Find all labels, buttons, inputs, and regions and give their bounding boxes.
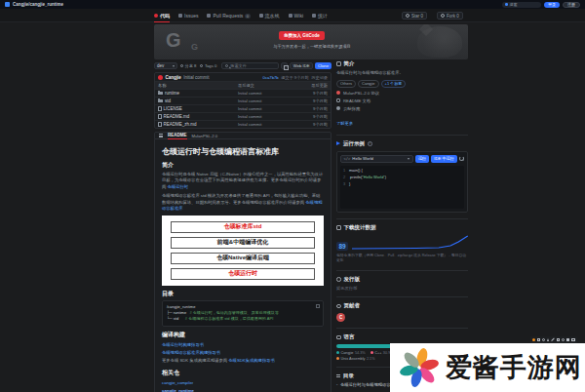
run-button[interactable]: 运行 <box>415 155 429 163</box>
section-intro: 简介 <box>162 161 324 170</box>
tab-insights[interactable]: 统计 <box>312 9 328 22</box>
fork-button[interactable]: Fork 0 <box>437 12 463 20</box>
code-icon <box>154 14 158 18</box>
build-more-line: 更多仓颉 SDK 集成构建流程请参阅 仓颉SDK集成构建指导书 <box>162 357 324 365</box>
chevron-down-icon <box>173 65 175 67</box>
about-section: 简介 仓颉运行时与仓颉编程语言标准库。 Others Cangjie +1 个标… <box>336 56 468 136</box>
webide-button[interactable]: Web IDE <box>290 62 313 69</box>
run-in-ide-button[interactable]: IDE 中运行 <box>431 155 457 163</box>
register-button[interactable]: 注册 <box>563 2 580 8</box>
file-search-input[interactable]: 搜索文件 <box>221 62 279 69</box>
downloads-sparkline <box>352 235 468 251</box>
wiki-icon <box>289 14 292 18</box>
repo-sidebar: 简介 仓颉运行时与仓颉编程语言标准库。 Others Cangjie +1 个标… <box>336 56 468 392</box>
banner-tagline: 与千万开发者一起，一键发现优质开源项目 <box>244 44 380 49</box>
view-toggle-button[interactable] <box>281 62 288 69</box>
search-icon <box>505 3 508 6</box>
topic-chip[interactable]: Cangjie <box>358 80 379 88</box>
file-icon <box>158 106 162 111</box>
tab-pull-requests[interactable]: Pull Requests0 <box>207 9 250 22</box>
branches-link[interactable]: 分支 8 <box>179 63 197 68</box>
copy-icon[interactable] <box>316 304 320 308</box>
line-tool-icon[interactable] <box>552 338 555 341</box>
license-icon <box>336 91 340 95</box>
tab-wiki[interactable]: Wiki <box>289 9 303 22</box>
tab-readme[interactable]: README <box>168 132 187 139</box>
readme-item[interactable]: README 文档 <box>336 98 468 103</box>
overlay-toolbar <box>530 336 577 343</box>
watermark-site-name: 爱酱手游网 <box>446 350 582 385</box>
file-table-header: 名称 最后提交 最后更新 <box>155 82 331 89</box>
file-browser-card: Cangjie Initial commit 0ca7b7b 提交于 9个月前 … <box>154 72 332 129</box>
repo-link-compiler[interactable]: cangjie_compiler <box>162 379 324 387</box>
info-icon <box>336 61 341 66</box>
star-button[interactable]: Star 0 <box>402 12 427 20</box>
commit-author-avatar[interactable] <box>158 75 163 80</box>
section-directory: 目录 <box>162 290 324 298</box>
edit-icon <box>336 106 340 110</box>
history-link[interactable]: 历史记录 <box>311 75 328 80</box>
join-button[interactable]: 免费加入 GitCode <box>279 31 325 40</box>
table-row[interactable]: std Initial commit 9个月前 <box>155 97 331 104</box>
topic-chip[interactable]: Others <box>336 80 356 88</box>
table-row[interactable]: LICENSE Initial commit 9个月前 <box>155 104 331 112</box>
file-icon <box>158 122 162 127</box>
pr-count-badge: 0 <box>245 14 250 19</box>
repo-link-runtime[interactable]: cangjie_runtime <box>162 387 324 392</box>
readme-content: 仓颉运行时与仓颉编程语言标准库 简介 仓颉运行时是仓颉 Native 后端（CJ… <box>154 139 332 392</box>
insights-icon <box>312 14 316 18</box>
releases-section: 发行版 暂无发行版 <box>336 271 468 298</box>
tab-issues[interactable]: Issues <box>178 9 198 22</box>
diagram-box-backend: 仓颉Native编译后端 <box>171 253 315 264</box>
commit-author[interactable]: Cangjie <box>166 75 181 80</box>
commit-hash[interactable]: 0ca7b7b <box>263 75 279 80</box>
about-more-link[interactable]: 了解更多 <box>336 121 353 126</box>
more-tags-chip[interactable]: +1 个标签 <box>381 80 407 88</box>
refresh-icon[interactable] <box>459 156 464 161</box>
tag-icon <box>200 64 203 67</box>
undo-icon[interactable] <box>562 338 565 341</box>
tab-code[interactable]: 代码 <box>154 9 170 22</box>
branch-selector[interactable]: dev <box>154 62 177 69</box>
clone-button[interactable]: Clone <box>315 62 332 69</box>
diagram-box-std: 仓颉标准库std <box>171 221 315 233</box>
rect-tool-icon[interactable] <box>537 338 540 341</box>
table-row[interactable]: README_zh.md Initial commit 9个月前 <box>155 120 331 128</box>
sdk-build-guide-link[interactable]: 仓颉SDK集成构建指导书 <box>228 358 275 363</box>
runtime-link[interactable]: 仓颉运行时 <box>168 184 188 189</box>
table-row[interactable]: runtime Initial commit 9个月前 <box>155 89 331 97</box>
close-icon[interactable] <box>571 338 574 341</box>
intro-paragraph-2: 仓颉编程语言标准库 std 模块为开发者提供了最通用的 API，包括输入输出功能… <box>162 193 324 212</box>
build-guide-link-std[interactable]: 仓颉编程语言标准库构建指导书 <box>162 349 220 357</box>
arrow-tool-icon[interactable] <box>547 338 549 341</box>
table-row[interactable]: README.md Initial commit 9个月前 <box>155 112 331 120</box>
contributing-item[interactable]: 贡献指南 <box>336 106 468 111</box>
example-selector[interactable]: </>Hello World <box>340 155 413 163</box>
license-item[interactable]: MulanPSL-2.0 协议 <box>336 91 468 96</box>
global-search-input[interactable]: 搜索 <box>502 2 541 8</box>
architecture-diagram: 仓颉标准库std 前端&中端编译优化 仓颉Native编译后端 仓颉运行时 <box>162 216 324 286</box>
intro-paragraph-1: 仓颉运行时是仓颉 Native 后端（CJNative）的核心组件之一，以高性能… <box>162 172 324 190</box>
example-code-block: 1main() { 2 println("Hello World") 3} <box>340 166 464 209</box>
build-guide-link-runtime[interactable]: 仓颉运行时构建指导书 <box>162 341 204 349</box>
tags-link[interactable]: Tags 0 <box>199 63 217 68</box>
code-runner: </>Hello World 运行 IDE 中运行 1main() { 2 pr… <box>336 151 468 213</box>
text-tool-icon[interactable] <box>557 338 560 341</box>
list-icon <box>159 134 163 137</box>
play-icon <box>336 141 340 145</box>
commit-message[interactable]: Initial commit <box>183 75 209 80</box>
record-icon[interactable] <box>532 338 535 341</box>
downloads-caption: 包括仓库的下载（使用 Clone、Pull、zip/tar.gz 或从 Rele… <box>336 254 468 264</box>
run-example-section: 运行示例i </>Hello World 运行 IDE 中运行 1main() … <box>336 136 468 219</box>
gitcode-logo: G <box>166 28 181 52</box>
info-icon: i <box>368 141 372 146</box>
tab-pipelines[interactable]: 流水线 <box>259 9 280 22</box>
download-count: 89 <box>336 242 348 251</box>
tab-license[interactable]: MulanPSL-2.0 <box>192 134 218 138</box>
latest-commit-bar: Cangjie Initial commit 0ca7b7b 提交于 9个月前 … <box>155 73 331 82</box>
login-button[interactable]: 登录 <box>544 2 560 8</box>
save-icon[interactable] <box>566 338 569 341</box>
contributor-avatar[interactable]: C <box>336 313 345 322</box>
tag-icon <box>336 277 341 282</box>
ellipse-tool-icon[interactable] <box>542 338 545 341</box>
